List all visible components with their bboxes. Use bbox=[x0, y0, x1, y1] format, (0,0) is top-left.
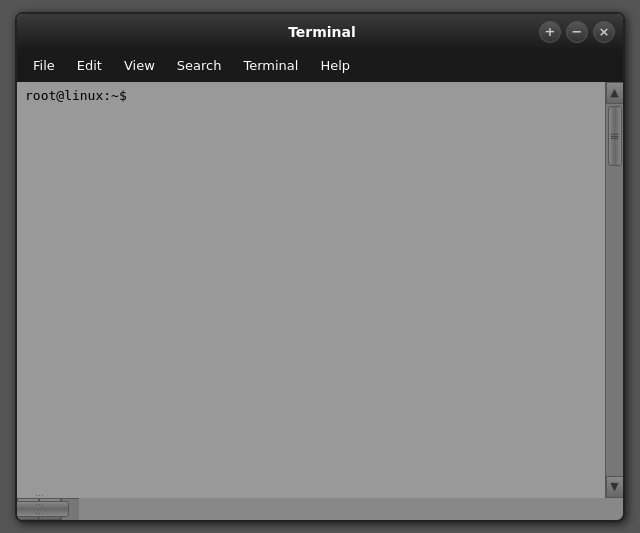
down-arrow-icon: ▼ bbox=[610, 480, 618, 493]
menu-help[interactable]: Help bbox=[310, 54, 360, 77]
menu-file[interactable]: File bbox=[23, 54, 65, 77]
terminal-content[interactable]: root@linux:~$ bbox=[17, 82, 605, 498]
terminal-wrapper: root@linux:~$ ▲ ▼ bbox=[17, 82, 623, 498]
scroll-down-arrow[interactable]: ▼ bbox=[606, 476, 624, 498]
menubar: File Edit View Search Terminal Help bbox=[17, 50, 623, 82]
vertical-scroll-track[interactable] bbox=[606, 104, 623, 476]
minimize-button[interactable]: − bbox=[566, 21, 588, 43]
close-button[interactable]: × bbox=[593, 21, 615, 43]
terminal-prompt: root@linux:~$ bbox=[25, 88, 127, 103]
up-arrow-icon: ▲ bbox=[610, 86, 618, 99]
horizontal-scrollbar[interactable]: ◀ ▶ bbox=[17, 498, 61, 520]
window-controls: + − × bbox=[539, 21, 615, 43]
titlebar: Terminal + − × bbox=[17, 14, 623, 50]
horizontal-scroll-thumb[interactable] bbox=[15, 501, 69, 517]
window-title: Terminal bbox=[105, 24, 539, 40]
menu-edit[interactable]: Edit bbox=[67, 54, 112, 77]
menu-terminal[interactable]: Terminal bbox=[233, 54, 308, 77]
hscrollbar-row: ◀ ▶ bbox=[17, 498, 623, 520]
menu-view[interactable]: View bbox=[114, 54, 165, 77]
terminal-window: Terminal + − × File Edit View Search Ter… bbox=[15, 12, 625, 522]
menu-search[interactable]: Search bbox=[167, 54, 232, 77]
add-button[interactable]: + bbox=[539, 21, 561, 43]
vertical-scroll-thumb[interactable] bbox=[608, 106, 622, 166]
vertical-scrollbar[interactable]: ▲ ▼ bbox=[605, 82, 623, 498]
scroll-up-arrow[interactable]: ▲ bbox=[606, 82, 624, 104]
